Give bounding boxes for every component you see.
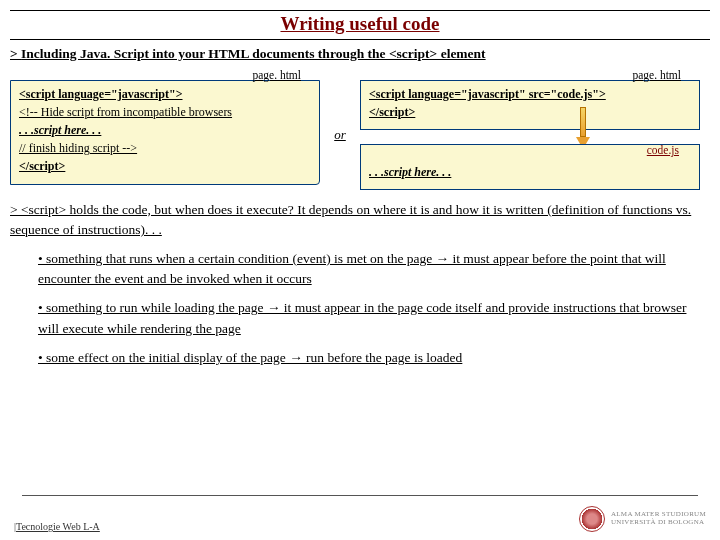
right2-l1: . . .script here. . .: [369, 163, 691, 181]
left-l1: <script language="javascript">: [19, 85, 311, 103]
bullet-2: • something to run while loading the pag…: [38, 298, 710, 340]
left-code-box: page. html <script language="javascript"…: [10, 80, 320, 185]
code-examples-row: page. html <script language="javascript"…: [10, 66, 710, 190]
rule-top: [10, 10, 710, 11]
right1-l1: <script language="javascript" src="code.…: [369, 85, 691, 103]
bullet-1: • something that runs when a certain con…: [38, 249, 710, 291]
left-l2: <!-- Hide script from incompatible brows…: [19, 103, 311, 121]
left-l4: // finish hiding script -->: [19, 139, 311, 157]
right1-l2: </script>: [369, 103, 691, 121]
seal-icon: [579, 506, 605, 532]
right-code-box-page: page. html <script language="javascript"…: [360, 80, 700, 130]
right-box2-label: code.js: [647, 142, 679, 159]
rule-under-title: [10, 39, 710, 40]
left-box-label: page. html: [252, 67, 301, 84]
para-text: <script> holds the code, but when does i…: [10, 202, 691, 237]
intro-prefix: >: [10, 46, 21, 61]
right-column: page. html <script language="javascript"…: [360, 66, 710, 190]
left-l5: </script>: [19, 157, 311, 175]
right-code-box-file: code.js . . .script here. . .: [360, 144, 700, 190]
bullet-list: • something that runs when a certain con…: [38, 249, 710, 370]
para-prefix: >: [10, 202, 21, 217]
explain-paragraph: > <script> holds the code, but when does…: [10, 200, 710, 241]
arrow-down-icon: [576, 107, 590, 149]
footer: |Tecnologie Web L-A ALMA MATER STUDIORUM…: [0, 506, 720, 532]
intro-text: Including Java. Script into your HTML do…: [21, 46, 486, 61]
footer-rule: [22, 495, 698, 496]
intro-line: > Including Java. Script into your HTML …: [10, 46, 710, 62]
right-box1-label: page. html: [632, 67, 681, 84]
page-title: Writing useful code: [10, 13, 710, 35]
left-l3: . . .script here. . .: [19, 121, 311, 139]
or-separator: or: [328, 66, 352, 190]
footer-text: |Tecnologie Web L-A: [14, 521, 100, 532]
bullet-3: • some effect on the initial display of …: [38, 348, 710, 369]
university-name: ALMA MATER STUDIORUM UNIVERSITÀ DI BOLOG…: [611, 511, 706, 526]
university-logo: ALMA MATER STUDIORUM UNIVERSITÀ DI BOLOG…: [579, 506, 706, 532]
